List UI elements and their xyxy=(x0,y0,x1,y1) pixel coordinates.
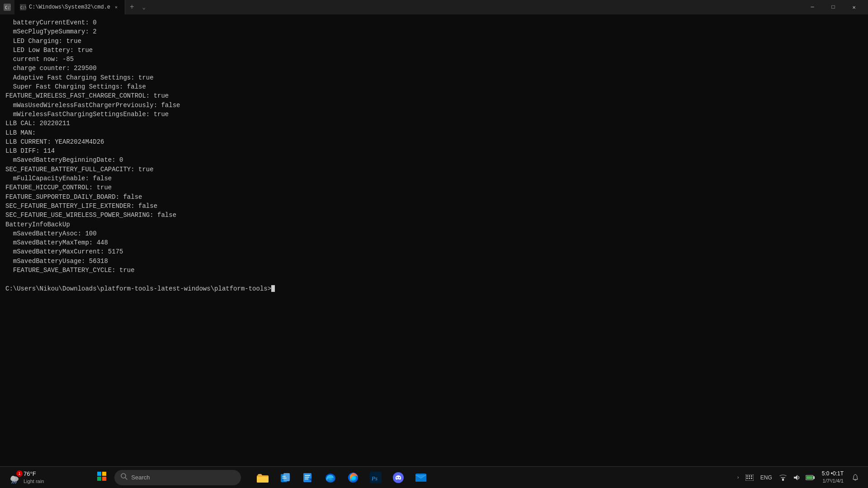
network-icon[interactable] xyxy=(778,472,788,483)
notification-button[interactable] xyxy=(850,472,861,483)
tab-dropdown-button[interactable]: ⌄ xyxy=(139,4,149,11)
terminal-line: LLB CURRENT: YEAR2024M4D26 xyxy=(5,137,863,146)
battery-icon[interactable] xyxy=(805,472,816,483)
terminal-line: FEATURE_WIRELESS_FAST_CHARGER_CONTROL: t… xyxy=(5,91,863,100)
svg-point-33 xyxy=(399,477,400,478)
terminal-line: SEC_FEATURE_BATTERY_FULL_CAPACITY: true xyxy=(5,165,863,174)
close-button[interactable]: ✕ xyxy=(844,0,864,14)
svg-rect-46 xyxy=(813,476,815,479)
terminal-line: mWirelessFastChargingSettingsEnable: tru… xyxy=(5,110,863,119)
taskbar-app-firefox[interactable] xyxy=(342,467,364,488)
svg-rect-20 xyxy=(305,475,310,476)
tray-expand-button[interactable]: › xyxy=(735,475,741,480)
clock-date: 1/7¹/1/4/1 xyxy=(822,478,844,484)
terminal-line: mWasUsedWirelessFastChargerPreviously: f… xyxy=(5,101,863,110)
taskbar-app-notes[interactable] xyxy=(297,467,319,488)
weather-badge: 1 xyxy=(16,470,23,477)
maximize-button[interactable]: □ xyxy=(823,0,844,14)
terminal-line: mSavedBatteryUsage: 56318 xyxy=(5,257,863,266)
terminal-line: FEATURE_SUPPORTED_DAILY_BOARD: false xyxy=(5,192,863,202)
discord-icon xyxy=(392,471,405,484)
svg-rect-39 xyxy=(746,478,748,479)
terminal-line: LLB CAL: 20220211 xyxy=(5,119,863,128)
svg-rect-47 xyxy=(806,476,812,479)
tab-area: C:\ C:\Windows\System32\cmd.e ✕ + ⌄ xyxy=(14,0,149,14)
tab-title: C:\Windows\System32\cmd.e xyxy=(29,4,110,10)
svg-text:C:\: C:\ xyxy=(20,6,26,10)
language-indicator[interactable]: ENG xyxy=(758,474,775,481)
volume-icon[interactable] xyxy=(791,472,802,483)
terminal-line: SEC_FEATURE_USE_WIRELESS_POWER_SHARING: … xyxy=(5,211,863,220)
terminal-line: mSavedBatteryBeginningDate: 0 xyxy=(5,155,863,164)
terminal-line: batteryCurrentEvent: 0 xyxy=(5,18,863,27)
photoshop-icon: Ps xyxy=(369,471,382,484)
notes-icon xyxy=(302,471,314,484)
window-controls: ─ □ ✕ xyxy=(802,0,864,14)
terminal-output[interactable]: batteryCurrentEvent: 0 mSecPlugTypeSumma… xyxy=(0,14,868,466)
svg-line-14 xyxy=(125,478,127,479)
svg-rect-11 xyxy=(97,477,101,481)
svg-point-5 xyxy=(11,476,15,480)
weather-icon: 1 xyxy=(8,471,21,484)
taskbar-app-files2[interactable] xyxy=(274,467,296,488)
svg-line-8 xyxy=(15,482,16,483)
search-svg xyxy=(121,473,127,480)
terminal-line: LED Low Battery: true xyxy=(5,46,863,55)
new-tab-button[interactable]: + xyxy=(125,3,139,11)
cmd-icon: C:\ xyxy=(4,4,11,11)
terminal-line: mSavedBatteryMaxTemp: 448 xyxy=(5,238,863,247)
svg-rect-17 xyxy=(282,476,286,477)
minimize-button[interactable]: ─ xyxy=(802,0,823,14)
active-tab[interactable]: C:\ C:\Windows\System32\cmd.e ✕ xyxy=(14,0,125,14)
clock-time: 5:0 •0:1T xyxy=(822,470,844,478)
search-text: Search xyxy=(131,474,150,481)
taskbar-app-edge[interactable] xyxy=(320,467,341,488)
taskbar-app-mail[interactable] xyxy=(410,467,432,488)
svg-rect-16 xyxy=(283,473,290,481)
edge-icon xyxy=(324,471,337,484)
terminal-line: FEATURE_HICCUP_CONTROL: true xyxy=(5,183,863,192)
tab-close-button[interactable]: ✕ xyxy=(113,4,119,10)
search-icon xyxy=(121,473,127,482)
terminal-line: SEC_FEATURE_BATTERY_LIFE_EXTENDER: false xyxy=(5,202,863,211)
terminal-line: Adaptive Fast Charging Settings: true xyxy=(5,73,863,82)
taskbar-tray: › ENG xyxy=(735,470,864,484)
terminal-line: mSavedBatteryMaxCurrent: 5175 xyxy=(5,247,863,256)
taskbar-weather[interactable]: 1 76°F Light rain xyxy=(4,469,48,486)
keyboard-icon[interactable] xyxy=(744,472,755,483)
taskbar-app-photoshop[interactable]: Ps xyxy=(365,467,387,488)
terminal-line: current now: -85 xyxy=(5,55,863,64)
mail-icon xyxy=(415,471,427,484)
svg-text:C:\: C:\ xyxy=(5,5,10,10)
terminal-line: LED Charging: true xyxy=(5,37,863,46)
svg-point-32 xyxy=(396,477,398,478)
taskbar-app-discord[interactable] xyxy=(387,467,409,488)
fileexplorer-icon xyxy=(256,471,269,484)
system-clock[interactable]: 5:0 •0:1T 1/7¹/1/4/1 xyxy=(818,470,847,484)
taskbar: 1 76°F Light rain Search xyxy=(0,466,868,488)
terminal-line: mSavedBatteryAsoc: 100 xyxy=(5,229,863,238)
svg-rect-22 xyxy=(305,479,308,479)
svg-text:Ps: Ps xyxy=(371,475,377,482)
terminal-prompt[interactable]: C:\Users\Nikou\Downloads\platform-tools-… xyxy=(5,284,863,293)
svg-rect-18 xyxy=(282,478,287,479)
terminal-line: LLB DIFF: 114 xyxy=(5,146,863,155)
taskbar-search[interactable]: Search xyxy=(114,470,241,485)
taskbar-app-fileexplorer[interactable] xyxy=(252,467,274,488)
terminal-line xyxy=(5,275,863,284)
taskbar-apps: Ps xyxy=(252,467,432,488)
terminal-line: mSecPlugTypeSummary: 2 xyxy=(5,27,863,36)
titlebar: C:\ C:\ C:\Windows\System32\cmd.e ✕ + ⌄ … xyxy=(0,0,868,14)
svg-rect-36 xyxy=(746,475,748,477)
cursor-blink xyxy=(271,285,275,292)
svg-rect-9 xyxy=(97,472,101,476)
terminal-line: charge counter: 229500 xyxy=(5,64,863,73)
start-button[interactable] xyxy=(91,467,113,488)
svg-line-6 xyxy=(12,482,13,483)
terminal-line: BatteryInfoBackUp xyxy=(5,220,863,229)
firefox-icon xyxy=(347,471,359,484)
start-icon xyxy=(97,472,106,483)
windows-logo xyxy=(97,472,106,481)
tab-cmd-icon: C:\ xyxy=(20,4,26,10)
weather-desc: Light rain xyxy=(24,478,44,484)
